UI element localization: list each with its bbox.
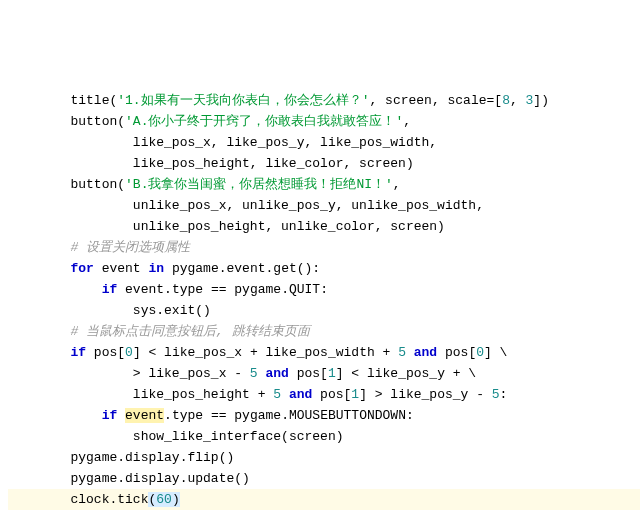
code-token: unlike_pos_width xyxy=(351,198,476,213)
code-token: (): xyxy=(297,261,320,276)
code-token: and xyxy=(414,345,437,360)
code-token: > xyxy=(133,366,149,381)
code-line[interactable]: unlike_pos_height, unlike_color, screen) xyxy=(8,216,640,237)
code-token: unlike_pos_y xyxy=(242,198,336,213)
code-token: unlike_pos_height xyxy=(133,219,266,234)
code-token: ] < xyxy=(336,366,367,381)
code-line[interactable]: title('1.如果有一天我向你表白，你会怎么样？', screen, sca… xyxy=(8,90,640,111)
code-token: () xyxy=(219,450,235,465)
code-token: get xyxy=(273,261,296,276)
code-token: + xyxy=(250,387,273,402)
code-token: flip xyxy=(187,450,218,465)
code-line[interactable]: > like_pos_x - 5 and pos[1] < like_pos_y… xyxy=(8,363,640,384)
code-line[interactable]: button('A.你小子终于开窍了，你敢表白我就敢答应！', xyxy=(8,111,640,132)
code-token: MOUSEBUTTONDOWN xyxy=(289,408,406,423)
code-token: event xyxy=(102,261,141,276)
code-token: like_color xyxy=(265,156,343,171)
code-token: , xyxy=(265,219,281,234)
code-token: ]) xyxy=(533,93,549,108)
code-token: 5 xyxy=(492,387,500,402)
code-token: event xyxy=(125,408,164,423)
code-token: # 设置关闭选项属性 xyxy=(70,240,190,255)
code-line[interactable]: button('B.我拿你当闺蜜，你居然想睡我！拒绝NI！', xyxy=(8,174,640,195)
code-token: and xyxy=(265,366,288,381)
code-token: . xyxy=(117,450,125,465)
code-token: pos xyxy=(320,387,343,402)
code-token: 5 xyxy=(273,387,281,402)
code-token: , xyxy=(510,93,526,108)
code-token xyxy=(312,387,320,402)
code-token: update xyxy=(187,471,234,486)
code-line[interactable]: pygame.display.flip() xyxy=(8,447,640,468)
code-token: QUIT xyxy=(289,282,320,297)
code-token: 1 xyxy=(328,366,336,381)
code-token: : xyxy=(406,408,414,423)
code-token: , xyxy=(343,156,359,171)
code-line[interactable]: main() xyxy=(8,510,640,514)
code-token: # 当鼠标点击同意按钮后, 跳转结束页面 xyxy=(70,324,309,339)
code-token: 0 xyxy=(476,345,484,360)
code-token: unlike_color xyxy=(281,219,375,234)
code-token xyxy=(117,408,125,423)
code-token: like_pos_y xyxy=(390,387,468,402)
code-line[interactable]: like_pos_height, like_color, screen) xyxy=(8,153,640,174)
code-token: pygame xyxy=(70,471,117,486)
code-token: - xyxy=(468,387,491,402)
code-editor[interactable]: title('1.如果有一天我向你表白，你会怎么样？', screen, sca… xyxy=(0,84,640,514)
code-token: like_pos_y xyxy=(367,366,445,381)
code-token: 'B.我拿你当闺蜜，你居然想睡我！拒绝NI！' xyxy=(125,177,393,192)
code-token: button xyxy=(70,177,117,192)
code-line[interactable]: if pos[0] < like_pos_x + like_pos_width … xyxy=(8,342,640,363)
code-token: [ xyxy=(320,366,328,381)
code-token: 60 xyxy=(156,492,172,507)
code-line[interactable]: # 设置关闭选项属性 xyxy=(8,237,640,258)
code-token: . xyxy=(156,303,164,318)
code-token: ] < xyxy=(133,345,164,360)
code-line[interactable]: like_pos_height + 5 and pos[1] > like_po… xyxy=(8,384,640,405)
code-token: : xyxy=(500,387,508,402)
code-line[interactable]: unlike_pos_x, unlike_pos_y, unlike_pos_w… xyxy=(8,195,640,216)
code-token: if xyxy=(102,282,118,297)
code-token: == xyxy=(203,408,234,423)
code-token: pos xyxy=(94,345,117,360)
code-token: pygame xyxy=(172,261,219,276)
code-line[interactable]: show_like_interface(screen) xyxy=(8,426,640,447)
code-token: 5 xyxy=(398,345,406,360)
code-token: . xyxy=(164,408,172,423)
code-line[interactable]: # 当鼠标点击同意按钮后, 跳转结束页面 xyxy=(8,321,640,342)
code-line[interactable]: sys.exit() xyxy=(8,300,640,321)
code-token: in xyxy=(148,261,164,276)
code-token: . xyxy=(164,282,172,297)
code-line[interactable]: if event.type == pygame.MOUSEBUTTONDOWN: xyxy=(8,405,640,426)
code-token: , xyxy=(250,156,266,171)
code-token: and xyxy=(289,387,312,402)
code-token xyxy=(281,387,289,402)
code-token: . xyxy=(117,471,125,486)
code-token: == xyxy=(203,282,234,297)
code-token: for xyxy=(70,261,93,276)
code-token: pygame xyxy=(234,282,281,297)
code-token: ] \ xyxy=(484,345,507,360)
code-token: if xyxy=(102,408,118,423)
code-token: screen xyxy=(289,429,336,444)
code-token xyxy=(406,345,414,360)
code-token: pos xyxy=(297,366,320,381)
code-token: ( xyxy=(117,177,125,192)
code-line[interactable]: like_pos_x, like_pos_y, like_pos_width, xyxy=(8,132,640,153)
code-token: if xyxy=(70,345,86,360)
code-token: ) xyxy=(437,219,445,234)
code-token xyxy=(289,366,297,381)
code-token: scale xyxy=(448,93,487,108)
code-token: pygame xyxy=(70,450,117,465)
code-token: screen xyxy=(390,219,437,234)
code-token: show_like_interface xyxy=(133,429,281,444)
code-token: event xyxy=(125,282,164,297)
code-token: display xyxy=(125,450,180,465)
code-line[interactable]: if event.type == pygame.QUIT: xyxy=(8,279,640,300)
code-token: , xyxy=(369,93,385,108)
code-line[interactable]: clock.tick(60) xyxy=(8,489,640,510)
code-token: 8 xyxy=(502,93,510,108)
code-line[interactable]: pygame.display.update() xyxy=(8,468,640,489)
code-line[interactable]: for event in pygame.event.get(): xyxy=(8,258,640,279)
code-token: , xyxy=(393,177,401,192)
